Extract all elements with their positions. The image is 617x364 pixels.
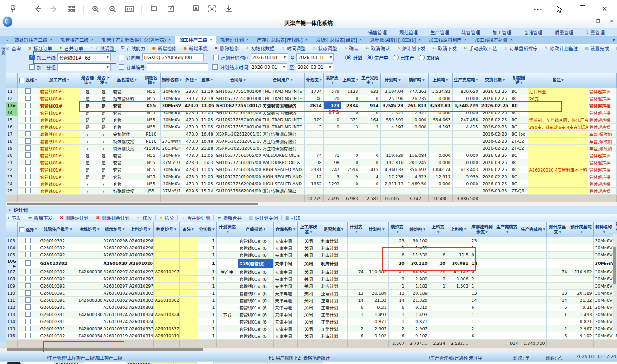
column-header[interactable]: 钢级名称▼	[142, 73, 160, 88]
row-checkbox[interactable]	[25, 238, 31, 243]
column-header[interactable]: 库存挂料剩余支▼	[470, 222, 494, 237]
column-header[interactable]: 备注▼	[179, 222, 197, 237]
play-button[interactable]	[6, 361, 22, 364]
tab-9[interactable]: 加工线排产补量✕	[471, 36, 517, 44]
table-row[interactable]: 103G26010392A26010298A260102981套管线01# (6…	[6, 237, 617, 244]
row-checkbox[interactable]	[25, 188, 31, 193]
scrollbar-thumb[interactable]	[7, 203, 258, 205]
table-row[interactable]: 17套管线01# (//安扣附件P110473.016.48XSXPL-2025…	[6, 131, 617, 138]
filter-funnel-icon[interactable]: ▼	[192, 228, 194, 231]
select-all-checkbox[interactable]	[19, 227, 24, 232]
menu-item-7[interactable]: 计量管理	[586, 29, 605, 36]
filter-funnel-icon[interactable]: ▼	[135, 78, 137, 81]
filter-funnel-icon[interactable]: ▼	[70, 228, 72, 231]
table-row[interactable]: 110G26010391A26010302A260103021套管线01# (6…	[6, 290, 617, 297]
column-header[interactable]: 预计成品吨▼	[569, 222, 593, 237]
column-header[interactable]: 上料支▼	[341, 73, 360, 88]
tab-0[interactable]: 热处理排产二级✕	[11, 36, 56, 44]
column-header[interactable]: 装炉吨▼	[405, 73, 428, 88]
filter-funnel-icon[interactable]: ▼	[244, 78, 246, 81]
row-checkbox[interactable]	[25, 252, 31, 257]
tab-close-icon[interactable]: ✕	[209, 38, 212, 42]
toolbar-button[interactable]: 取消下发	[429, 45, 459, 52]
filter-funnel-icon[interactable]: ▼	[543, 228, 545, 231]
filter-funnel-icon[interactable]: ▼	[603, 230, 605, 233]
row-checkbox[interactable]	[25, 145, 31, 151]
filter-funnel-icon[interactable]: ▼	[180, 78, 182, 81]
column-header[interactable]: 选择▼	[17, 73, 39, 88]
table-row[interactable]: 105G26010392A26010297A260102971套管线01# (6…	[6, 252, 617, 259]
filter-funnel-icon[interactable]: ▼	[89, 81, 91, 84]
toolbar-button[interactable]: 拆分订单	[24, 45, 55, 52]
table-row[interactable]: 25套管线01# (//特殊螺纹接J5537Mn5/1609.615.24SH1…	[6, 188, 617, 195]
row-checkbox[interactable]	[25, 304, 31, 310]
column-header[interactable]: 标示炉号▼	[102, 222, 128, 237]
filter-funnel-icon[interactable]: ▼	[397, 230, 399, 233]
row-checkbox[interactable]	[25, 297, 31, 303]
column-header[interactable]: 装炉支▼	[323, 73, 341, 88]
filter-funnel-icon[interactable]: ▼	[464, 228, 466, 231]
table-row[interactable]: 20套管线01# (是是套管N5530Mn6V473.011.05SH10627…	[6, 152, 617, 159]
table-row[interactable]: 108G26010392A26010297A260102971套管线01# (6…	[6, 276, 617, 283]
tab-close-icon[interactable]: ✕	[359, 38, 362, 42]
row-checkbox[interactable]	[25, 269, 31, 274]
toolbar-button[interactable]: 状态调整	[309, 45, 340, 52]
row-checkbox[interactable]	[25, 181, 31, 186]
toolbar-button[interactable]: 设置完成	[581, 45, 612, 52]
filter-funnel-icon[interactable]: ▼	[148, 228, 151, 231]
filter-funnel-icon[interactable]: ▼	[485, 230, 488, 233]
table-row[interactable]: 107G26010392E42600338A26010297A26010297A…	[6, 268, 617, 276]
toolbar-button[interactable]: 合并炉计划	[178, 215, 213, 221]
column-header[interactable]: 生产完成支▼	[360, 73, 380, 88]
filter-funnel-icon[interactable]: ▼	[35, 228, 37, 231]
filter-funnel-icon[interactable]: ▼	[332, 81, 334, 84]
table-row[interactable]: 11套管线01# (是是套管N5530Mn6V339.712.19SH10627…	[6, 88, 617, 95]
filter-funnel-icon[interactable]: ▼	[423, 228, 425, 231]
tab-4[interactable]: 轧管炉计划✕	[216, 36, 253, 44]
filter-funnel-icon[interactable]: ▼	[356, 230, 358, 233]
tab-close-icon[interactable]: ✕	[168, 38, 172, 42]
filter-funnel-icon[interactable]: ▼	[520, 81, 522, 84]
scrollbar-thumb[interactable]	[7, 348, 203, 351]
filter-funnel-icon[interactable]: ▼	[581, 230, 583, 233]
column-header[interactable]: 判定炉号▼	[153, 222, 179, 237]
filter-funnel-icon[interactable]: ▼	[264, 228, 266, 231]
column-header[interactable]: 合同号▼	[215, 73, 261, 88]
column-header[interactable]: 计划吨▼	[365, 222, 388, 237]
table-row[interactable]: 113G26010391E42600336A26010324A26010324A…	[6, 311, 617, 318]
toolbar-button[interactable]: 初始化数据	[242, 45, 277, 52]
filter-funnel-icon[interactable]: ▼	[398, 78, 401, 81]
column-header[interactable]: 轧管生产批号▼	[39, 222, 77, 237]
column-header[interactable]: 交货日期▼	[480, 73, 510, 88]
plan-start-from-select[interactable]: 2026-03-01▼	[251, 53, 288, 61]
table-row[interactable]: 111G26010391E42600330A26010302A26010302A…	[6, 297, 617, 304]
tab-dropdown-icon[interactable]: ▼	[613, 38, 615, 42]
toolbar-button[interactable]: 新增检修	[149, 45, 179, 52]
menu-item-0[interactable]: 销售管理	[368, 29, 387, 36]
column-header[interactable]: 上料吨▼	[447, 222, 470, 237]
toolbar-button[interactable]: 修改计划备注	[541, 45, 581, 52]
row-checkbox[interactable]	[25, 290, 31, 296]
column-header[interactable]: 计划支▼	[304, 73, 323, 88]
line-filter-select[interactable]: 套管线01# (63▼	[57, 53, 111, 61]
column-header[interactable]: 生产完成吨▼	[520, 222, 546, 237]
scrollbar-thumb[interactable]	[613, 247, 616, 284]
toolbar-button[interactable]: 删除检修	[211, 45, 241, 52]
filter-funnel-icon[interactable]: ▼	[476, 78, 478, 81]
filter-funnel-icon[interactable]: ▼	[227, 230, 229, 233]
menu-item-2[interactable]: 生产管理	[430, 29, 449, 36]
menu-item-1[interactable]: 规范管理	[399, 29, 418, 36]
column-header[interactable]: 钢种名称▼	[160, 73, 183, 88]
tab-close-icon[interactable]: ✕	[464, 38, 467, 42]
tab-2[interactable]: 轧管生产进程数据汇总(进程表)✕	[98, 36, 175, 44]
column-header[interactable]: 仓库名称▼	[273, 222, 297, 237]
status-radio[interactable]	[419, 55, 425, 60]
processing-schedule-table[interactable]: 选择▼加工产线▼是否确认▼是否下发▼品名描述▼钢级名称▼钢种名称▼外径▼壁厚▼合…	[6, 73, 617, 202]
filter-funnel-icon[interactable]: ▼	[35, 78, 37, 81]
group-filter-select[interactable]: ▼	[57, 63, 111, 71]
menu-item-4[interactable]: 加工管理	[493, 29, 511, 36]
filter-funnel-icon[interactable]: ▼	[506, 230, 509, 233]
column-header[interactable]: 是否下发▼	[96, 73, 112, 88]
contract-filter-input[interactable]: HGXFQ-25A0568/008	[142, 53, 204, 61]
zoom-in-icon[interactable]	[89, 3, 102, 15]
